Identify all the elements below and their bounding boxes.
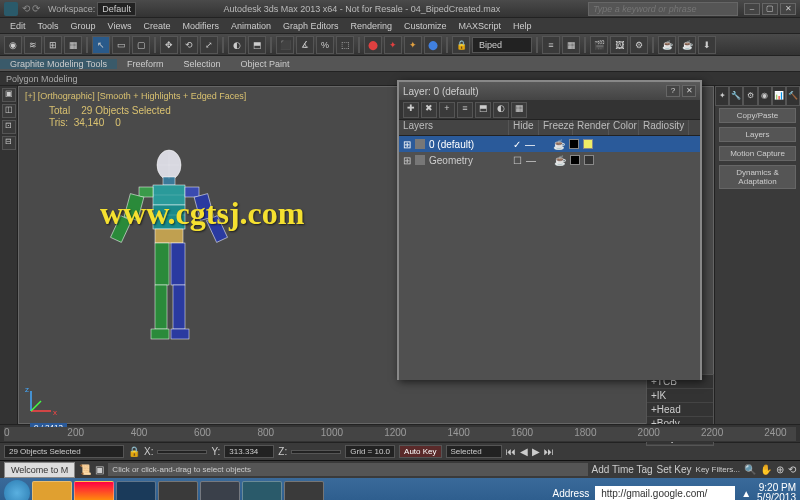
clock-date[interactable]: 5/9/2013 [757, 493, 796, 500]
workspace-dropdown[interactable]: Default [97, 2, 136, 16]
rollout-dynamics[interactable]: Dynamics & Adaptation [719, 165, 796, 189]
maximize-button[interactable]: ▢ [762, 3, 778, 15]
listener-icon[interactable]: ▣ [95, 464, 104, 475]
script-icon[interactable]: 📜 [79, 464, 91, 475]
y-field[interactable]: 313.334 [224, 445, 274, 458]
expand-icon[interactable]: ⊞ [403, 139, 411, 150]
lock-icon[interactable]: 🔒 [128, 446, 140, 457]
hide-toggle[interactable]: ☐ [513, 155, 522, 166]
scale-btn[interactable]: ⤢ [200, 36, 218, 54]
nav-btn[interactable]: ⊕ [776, 464, 784, 475]
timeline[interactable]: 0 / 2413 0 200 400 600 800 1000 1200 140… [0, 424, 800, 442]
tray-icon[interactable]: ▲ [741, 488, 751, 499]
close-button[interactable]: ✕ [780, 3, 796, 15]
freeze-toggle[interactable]: — [526, 155, 550, 166]
nav-btn[interactable]: ⟲ [788, 464, 796, 475]
panel-tab[interactable]: 📊 [772, 86, 786, 106]
layer-tool[interactable]: + [439, 102, 455, 118]
vp-btn[interactable]: ▣ [2, 88, 16, 102]
toolbar-btn[interactable]: ⬒ [248, 36, 266, 54]
keymode-dropdown[interactable]: Selected [446, 445, 502, 458]
panel-tab[interactable]: ◉ [758, 86, 772, 106]
color-swatch[interactable] [569, 139, 579, 149]
menu-customize[interactable]: Customize [398, 21, 453, 31]
toolbar-btn[interactable]: ◉ [4, 36, 22, 54]
layer-tool[interactable]: ◐ [493, 102, 509, 118]
search-input[interactable] [588, 2, 738, 16]
rollout-copypaste[interactable]: Copy/Paste [719, 108, 796, 123]
render-toggle[interactable]: ☕ [554, 155, 566, 166]
toolbar-btn[interactable]: ✦ [384, 36, 402, 54]
select-btn[interactable]: ↖ [92, 36, 110, 54]
layer-tool[interactable]: ⬒ [475, 102, 491, 118]
playback-btn[interactable]: ▶ [532, 446, 540, 457]
tab-graphite[interactable]: Graphite Modeling Tools [0, 59, 117, 69]
menu-create[interactable]: Create [137, 21, 176, 31]
menu-grapheditors[interactable]: Graph Editors [277, 21, 345, 31]
layer-panel-titlebar[interactable]: Layer: 0 (default) ? ✕ [399, 82, 700, 100]
panel-tab[interactable]: ✦ [715, 86, 729, 106]
vp-btn[interactable]: ◫ [2, 104, 16, 118]
taskbar-app[interactable] [32, 481, 72, 500]
toolbar-btn[interactable]: ☕ [678, 36, 696, 54]
z-field[interactable] [291, 450, 341, 454]
biped-model[interactable] [99, 147, 239, 407]
hide-toggle[interactable]: ✓ [513, 139, 521, 150]
menu-modifiers[interactable]: Modifiers [176, 21, 225, 31]
expand-icon[interactable]: ⊞ [403, 155, 411, 166]
redo-icon[interactable]: ⟳ [32, 3, 40, 14]
taskbar-app[interactable] [242, 481, 282, 500]
vp-btn[interactable]: ⊟ [2, 136, 16, 150]
toolbar-btn[interactable]: % [316, 36, 334, 54]
rollout-layers[interactable]: Layers [719, 127, 796, 142]
color-swatch[interactable] [570, 155, 580, 165]
menu-edit[interactable]: Edit [4, 21, 32, 31]
x-field[interactable] [157, 450, 207, 454]
autokey-button[interactable]: Auto Key [399, 445, 441, 458]
menu-help[interactable]: Help [507, 21, 538, 31]
menu-maxscript[interactable]: MAXScript [453, 21, 508, 31]
playback-btn[interactable]: ⏮ [506, 446, 516, 457]
timeline-ruler[interactable]: 0 200 400 600 800 1000 1200 1400 1600 18… [4, 427, 796, 441]
taskbar-app[interactable] [284, 481, 324, 500]
toolbar-btn[interactable]: 🖼 [610, 36, 628, 54]
taskbar-app[interactable] [158, 481, 198, 500]
playback-btn[interactable]: ⏭ [544, 446, 554, 457]
tab-freeform[interactable]: Freeform [117, 59, 174, 69]
viewport-label[interactable]: [+] [Orthographic] [Smooth + Highlights … [25, 91, 246, 101]
selection-filter-dropdown[interactable]: Biped [472, 37, 532, 53]
toolbar-btn[interactable]: ▦ [562, 36, 580, 54]
layer-tool[interactable]: ▦ [511, 102, 527, 118]
toolbar-btn[interactable]: ▦ [64, 36, 82, 54]
start-button[interactable] [4, 480, 30, 500]
menu-group[interactable]: Group [65, 21, 102, 31]
menu-tools[interactable]: Tools [32, 21, 65, 31]
address-bar[interactable]: http://gmail.google.com/ [595, 486, 735, 501]
setkey-button[interactable]: Set Key [657, 464, 692, 475]
nav-btn[interactable]: 🔍 [744, 464, 756, 475]
taskbar-app[interactable] [200, 481, 240, 500]
toolbar-btn[interactable]: ▢ [132, 36, 150, 54]
toolbar-btn[interactable]: ≋ [24, 36, 42, 54]
new-layer-button[interactable]: ✚ [403, 102, 419, 118]
undo-icon[interactable]: ⟲ [22, 3, 30, 14]
nav-btn[interactable]: ✋ [760, 464, 772, 475]
layer-row[interactable]: ⊞ Geometry ☐ — ☕ [399, 152, 700, 168]
panel-tab[interactable]: ⚙ [743, 86, 757, 106]
toolbar-btn[interactable]: ⬤ [424, 36, 442, 54]
keyfilters-button[interactable]: Key Filters... [696, 465, 740, 474]
toolbar-btn[interactable]: 🔒 [452, 36, 470, 54]
toolbar-btn[interactable]: ▭ [112, 36, 130, 54]
toolbar-btn[interactable]: ⬤ [364, 36, 382, 54]
rollout-mocap[interactable]: Motion Capture [719, 146, 796, 161]
toolbar-btn[interactable]: ∡ [296, 36, 314, 54]
freeze-toggle[interactable]: — [525, 139, 549, 150]
panel-help-button[interactable]: ? [666, 85, 680, 97]
panel-tab[interactable]: 🔧 [729, 86, 743, 106]
toolbar-btn[interactable]: ⬇ [698, 36, 716, 54]
toolbar-btn[interactable]: ⚙ [630, 36, 648, 54]
menu-views[interactable]: Views [102, 21, 138, 31]
panel-close-button[interactable]: ✕ [682, 85, 696, 97]
delete-layer-button[interactable]: ✖ [421, 102, 437, 118]
addtag-button[interactable]: Add Time Tag [592, 464, 653, 475]
